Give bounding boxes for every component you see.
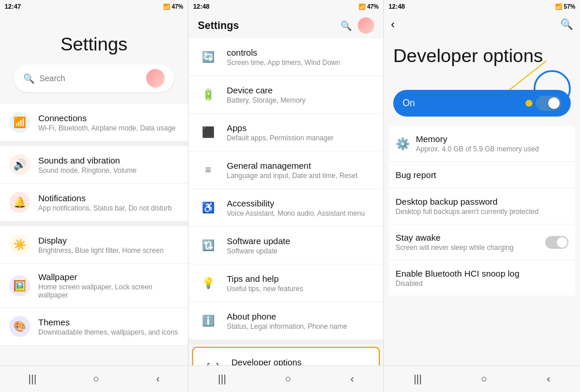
p2-item-apps[interactable]: ⬛ Apps Default apps, Permission manager <box>188 114 383 151</box>
memory-row: ⚙️ Memory Approx. 4.0 GB of 5.9 GB memor… <box>396 134 568 153</box>
notifications-title: Notifications <box>38 193 179 203</box>
panel-settings-list: 12:48 📶 47% Settings 🔍 🔄 controls Screen… <box>188 0 384 392</box>
sounds-text: Sounds and vibration Sound mode, Rington… <box>38 155 179 175</box>
nav-home-1[interactable]: ○ <box>84 371 109 387</box>
p2-item-accessibility[interactable]: ♿ Accessibility Voice Assistant, Mono au… <box>188 189 383 227</box>
tips-text: Tips and help Useful tips, new features <box>227 274 374 293</box>
dev-item-desktop-backup[interactable]: Desktop backup password Desktop full bac… <box>389 188 575 224</box>
connections-subtitle: Wi-Fi, Bluetooth, Airplane mode, Data us… <box>38 124 179 132</box>
main-toggle[interactable] <box>536 96 561 111</box>
nav-back-1[interactable]: ‹ <box>147 371 169 387</box>
nav-home-2[interactable]: ○ <box>276 371 301 387</box>
wallpaper-icon: 🖼️ <box>9 275 30 296</box>
themes-text: Themes Downloadable themes, wallpapers, … <box>38 317 179 336</box>
p2-item-software-update[interactable]: 🔃 Software update Software update <box>188 227 383 264</box>
p2-item-developer[interactable]: { } Developer options Developer options <box>192 347 380 365</box>
tips-title: Tips and help <box>227 274 374 284</box>
notifications-icon: 🔔 <box>9 192 30 213</box>
p2-item-controls[interactable]: 🔄 controls Screen time, App timers, Wind… <box>188 38 383 76</box>
dev-item-memory[interactable]: ⚙️ Memory Approx. 4.0 GB of 5.9 GB memor… <box>389 126 575 162</box>
tips-subtitle: Useful tips, new features <box>227 285 374 293</box>
time-2: 12:48 <box>193 3 209 10</box>
search-icon[interactable]: 🔍 <box>23 73 35 84</box>
accessibility-text: Accessibility Voice Assistant, Mono audi… <box>227 198 374 217</box>
settings-item-notifications[interactable]: 🔔 Notifications App notifications, Statu… <box>0 184 188 222</box>
panel-settings-main: 12:47 📶 47% Settings 🔍 📶 Connections Wi-… <box>0 0 188 392</box>
dev-item-bluetooth-hci[interactable]: Enable Bluetooth HCI snoop log Disabled <box>389 260 575 296</box>
toggle-dots <box>525 96 561 111</box>
nav-back-3[interactable]: ‹ <box>538 371 560 387</box>
search-bar[interactable]: 🔍 <box>14 64 174 92</box>
connections-text: Connections Wi-Fi, Bluetooth, Airplane m… <box>38 113 179 132</box>
battery-2: 47% <box>367 3 379 10</box>
controls-subtitle: Screen time, App timers, Wind Down <box>227 59 374 67</box>
wallpaper-title: Wallpaper <box>38 272 179 282</box>
controls-text: controls Screen time, App timers, Wind D… <box>227 48 374 67</box>
panel-developer-options: 12:48 📶 57% ‹ 🔍 Developer options On <box>384 0 580 392</box>
settings-item-display[interactable]: ☀️ Display Brightness, Blue light filter… <box>0 226 188 264</box>
panel2-header-icons: 🔍 <box>340 17 374 34</box>
settings-item-sounds[interactable]: 🔊 Sounds and vibration Sound mode, Ringt… <box>0 146 188 184</box>
nav-recents-2[interactable]: ||| <box>209 371 235 387</box>
time-3: 12:48 <box>389 3 405 10</box>
connections-icon: 📶 <box>9 112 30 133</box>
status-icons-3: 📶 57% <box>555 3 575 10</box>
p2-item-general[interactable]: ≡ General management Language and input,… <box>188 151 383 189</box>
settings-header: Settings 🔍 <box>0 13 188 104</box>
about-text: About phone Status, Legal information, P… <box>227 311 374 331</box>
p2-item-tips[interactable]: 💡 Tips and help Useful tips, new feature… <box>188 264 383 302</box>
dev-item-stay-awake[interactable]: Stay awake Screen will never sleep while… <box>389 224 575 260</box>
search-input[interactable] <box>39 74 146 83</box>
settings-item-connections[interactable]: 📶 Connections Wi-Fi, Bluetooth, Airplane… <box>0 104 188 141</box>
toggle-area: On <box>389 90 575 117</box>
connections-title: Connections <box>38 113 179 123</box>
nav-home-3[interactable]: ○ <box>472 371 497 387</box>
apps-subtitle: Default apps, Permission manager <box>227 134 374 142</box>
nav-recents-3[interactable]: ||| <box>404 371 431 387</box>
panel2-header: Settings 🔍 <box>188 13 383 38</box>
accessibility-title: Accessibility <box>227 198 374 208</box>
developer-icon: { } <box>202 356 223 365</box>
accessibility-icon: ♿ <box>198 197 219 218</box>
memory-icon: ⚙️ <box>396 137 410 151</box>
display-text: Display Brightness, Blue light filter, H… <box>38 235 179 255</box>
notifications-text: Notifications App notifications, Status … <box>38 193 179 212</box>
display-icon: ☀️ <box>9 234 30 255</box>
developer-text: Developer options Developer options <box>231 357 369 366</box>
settings-item-themes[interactable]: 🎨 Themes Downloadable themes, wallpapers… <box>0 308 188 346</box>
dot-yellow <box>525 100 532 107</box>
search-icon-2[interactable]: 🔍 <box>340 20 352 31</box>
nav-recents-1[interactable]: ||| <box>19 371 46 387</box>
developer-options-list: ⚙️ Memory Approx. 4.0 GB of 5.9 GB memor… <box>384 126 580 365</box>
toggle-label: On <box>403 98 525 108</box>
software-update-icon: 🔃 <box>198 235 219 256</box>
stay-awake-toggle[interactable] <box>545 236 568 249</box>
memory-subtitle: Approx. 4.0 GB of 5.9 GB memory used <box>416 145 539 153</box>
section-gap-p2 <box>188 340 383 344</box>
dev-item-bug-report[interactable]: Bug report <box>389 162 575 188</box>
general-text: General management Language and input, D… <box>227 161 374 180</box>
settings-item-wallpaper[interactable]: 🖼️ Wallpaper Home screen wallpaper, Lock… <box>0 264 188 308</box>
panel3-header: ‹ 🔍 <box>384 13 580 35</box>
themes-subtitle: Downloadable themes, wallpapers, and ico… <box>38 328 179 336</box>
back-button-3[interactable]: ‹ <box>391 17 395 31</box>
p2-item-device-care[interactable]: 🔋 Device care Battery, Storage, Memory <box>188 76 383 114</box>
accessibility-subtitle: Voice Assistant, Mono audio, Assistant m… <box>227 209 374 217</box>
wallpaper-subtitle: Home screen wallpaper, Lock screen wallp… <box>38 283 179 299</box>
nav-back-2[interactable]: ‹ <box>341 371 363 387</box>
p2-item-about[interactable]: ℹ️ About phone Status, Legal information… <box>188 302 383 340</box>
about-title: About phone <box>227 311 374 321</box>
device-care-title: Device care <box>227 85 374 95</box>
toggle-bar[interactable]: On <box>393 90 571 117</box>
section-gap-1 <box>0 141 188 146</box>
stay-awake-knob <box>557 237 567 248</box>
sounds-subtitle: Sound mode, Ringtone, Volume <box>38 166 179 175</box>
wallpaper-text: Wallpaper Home screen wallpaper, Lock sc… <box>38 272 179 299</box>
panel2-title: Settings <box>198 20 239 32</box>
avatar <box>146 69 165 88</box>
apps-text: Apps Default apps, Permission manager <box>227 123 374 142</box>
apps-icon: ⬛ <box>198 122 219 143</box>
settings-list: 📶 Connections Wi-Fi, Bluetooth, Airplane… <box>0 104 188 365</box>
search-icon-3[interactable]: 🔍 <box>560 18 573 31</box>
display-subtitle: Brightness, Blue light filter, Home scre… <box>38 246 179 255</box>
